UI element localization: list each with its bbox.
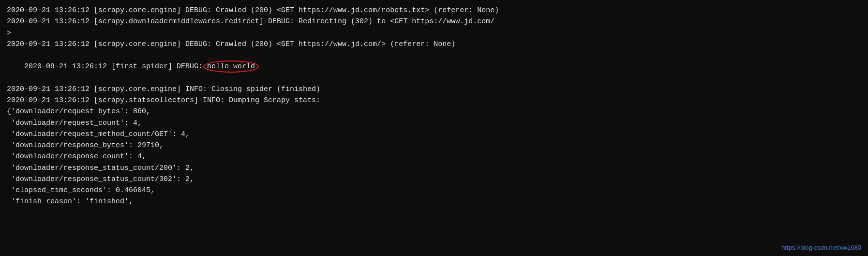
- log-line-4-prefix: 2020-09-21 13:26:12 [first_spider] DEBUG…: [24, 62, 207, 71]
- log-line-3: 2020-09-21 13:26:12 [scrapy.core.engine]…: [7, 39, 861, 50]
- log-line-8: 'downloader/request_count': 4,: [7, 118, 861, 129]
- log-line-5: 2020-09-21 13:26:12 [scrapy.core.engine]…: [7, 84, 861, 95]
- log-line-1: 2020-09-21 13:26:12 [scrapy.core.engine]…: [7, 5, 861, 16]
- log-line-4: 2020-09-21 13:26:12 [first_spider] DEBUG…: [7, 50, 861, 84]
- log-line-6: 2020-09-21 13:26:12 [scrapy.statscollect…: [7, 95, 861, 106]
- watermark-link[interactable]: https://blog.csdn.net/xw1680: [781, 244, 861, 251]
- log-line-9: 'downloader/request_method_count/GET': 4…: [7, 129, 861, 140]
- terminal-window: 2020-09-21 13:26:12 [scrapy.core.engine]…: [0, 0, 868, 256]
- log-line-15: 'finish_reason': 'finished',: [7, 196, 861, 207]
- highlighted-hello-world: hello world: [207, 62, 255, 71]
- log-line-10: 'downloader/response_bytes': 29710,: [7, 140, 861, 151]
- log-line-7: {'downloader/request_bytes': 860,: [7, 106, 861, 117]
- log-line-12: 'downloader/response_status_count/200': …: [7, 163, 861, 174]
- log-line-14: 'elapsed_time_seconds': 0.466045,: [7, 185, 861, 196]
- log-line-11: 'downloader/response_count': 4,: [7, 151, 861, 162]
- log-line-2: 2020-09-21 13:26:12 [scrapy.downloadermi…: [7, 16, 861, 27]
- log-line-2b: >: [7, 28, 861, 39]
- log-line-13: 'downloader/response_status_count/302': …: [7, 174, 861, 185]
